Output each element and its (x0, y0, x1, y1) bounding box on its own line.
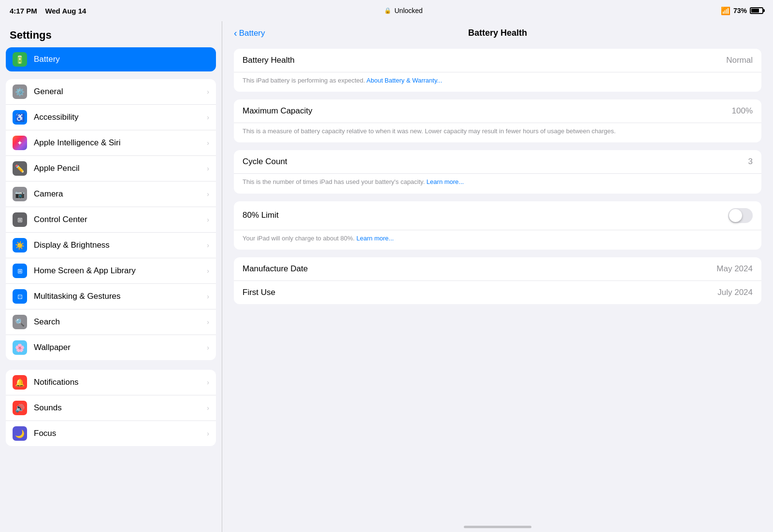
chevron-icon: › (207, 293, 209, 300)
sidebar-item-general[interactable]: ⚙️ General › (6, 79, 216, 105)
apple-intelligence-label: Apple Intelligence & Siri (34, 138, 200, 148)
home-bar (464, 526, 531, 528)
general-icon: ⚙️ (13, 84, 27, 99)
chevron-icon: › (207, 241, 209, 249)
manufacture-date-label: Manufacture Date (243, 264, 308, 274)
back-label: Battery (239, 28, 265, 38)
general-label: General (34, 87, 200, 97)
lock-icon: 🔒 (384, 7, 391, 14)
sounds-icon: 🔊 (13, 401, 27, 415)
maximum-capacity-card: Maximum Capacity 100% This is a measure … (234, 99, 761, 142)
sidebar-item-apple-intelligence[interactable]: ✦ Apple Intelligence & Siri › (6, 130, 216, 156)
battery-icon (750, 7, 763, 14)
camera-label: Camera (34, 189, 200, 199)
home-indicator (222, 522, 773, 532)
notifications-icon: 🔔 (13, 375, 27, 390)
battery-percent: 73% (733, 7, 747, 14)
sidebar-item-wallpaper[interactable]: 🌸 Wallpaper › (6, 335, 216, 360)
first-use-label: First Use (243, 288, 275, 297)
battery-health-row: Battery Health Normal (234, 49, 761, 72)
control-center-label: Control Center (34, 215, 200, 224)
limit-description: Your iPad will only charge to about 80%.… (234, 230, 761, 250)
maximum-capacity-row: Maximum Capacity 100% (234, 99, 761, 123)
sidebar-item-battery-active[interactable]: 🔋 Battery (6, 47, 216, 71)
status-time: 4:17 PM Wed Aug 14 (10, 7, 86, 15)
sidebar-item-home-screen[interactable]: ⊞ Home Screen & App Library › (6, 258, 216, 284)
battery-icon-active: 🔋 (13, 52, 27, 67)
chevron-icon: › (207, 344, 209, 351)
status-bar: 4:17 PM Wed Aug 14 🔒 Unlocked 📶 73% (0, 0, 773, 21)
accessibility-label: Accessibility (34, 112, 200, 122)
multitasking-label: Multitasking & Gestures (34, 292, 200, 301)
sidebar-item-notifications[interactable]: 🔔 Notifications › (6, 370, 216, 395)
battery-warranty-link[interactable]: About Battery & Warranty... (367, 77, 443, 84)
sidebar-item-sounds[interactable]: 🔊 Sounds › (6, 395, 216, 421)
battery-health-card: Battery Health Normal This iPad battery … (234, 49, 761, 92)
cycle-count-label: Cycle Count (243, 157, 287, 167)
settings-group-2: 🔔 Notifications › 🔊 Sounds › 🌙 Focus › (6, 370, 216, 446)
page-title: Battery Health (234, 28, 761, 38)
chevron-icon: › (207, 378, 209, 386)
chevron-icon: › (207, 216, 209, 224)
battery-health-value: Normal (726, 56, 753, 65)
camera-icon: 📷 (13, 187, 27, 201)
limit-learn-more-link[interactable]: Learn more... (357, 235, 394, 242)
sidebar-item-camera[interactable]: 📷 Camera › (6, 182, 216, 207)
home-screen-label: Home Screen & App Library (34, 266, 200, 276)
sidebar-item-control-center[interactable]: ⊞ Control Center › (6, 207, 216, 233)
back-chevron-icon: ‹ (234, 28, 237, 39)
wifi-icon: 📶 (721, 6, 730, 15)
limit-label: 80% Limit (243, 210, 279, 220)
sidebar-item-accessibility[interactable]: ♿ Accessibility › (6, 105, 216, 130)
focus-label: Focus (34, 429, 200, 438)
sidebar-item-search[interactable]: 🔍 Search › (6, 309, 216, 335)
chevron-icon: › (207, 318, 209, 326)
sidebar-item-apple-pencil[interactable]: ✏️ Apple Pencil › (6, 156, 216, 182)
right-panel: ‹ Battery Battery Health Battery Health … (222, 21, 773, 532)
dates-card: Manufacture Date May 2024 First Use July… (234, 257, 761, 304)
sidebar-item-display-brightness[interactable]: ☀️ Display & Brightness › (6, 233, 216, 258)
manufacture-date-value: May 2024 (716, 264, 753, 274)
content-area: Battery Health Normal This iPad battery … (222, 45, 773, 522)
maximum-capacity-value: 100% (732, 106, 753, 116)
chevron-icon: › (207, 113, 209, 121)
chevron-icon: › (207, 139, 209, 147)
notifications-label: Notifications (34, 378, 200, 387)
battery-label-active: Battery (34, 55, 209, 64)
chevron-icon: › (207, 88, 209, 96)
limit-toggle[interactable] (728, 208, 753, 223)
status-right: 📶 73% (721, 6, 763, 15)
accessibility-icon: ♿ (13, 110, 27, 125)
sidebar-item-focus[interactable]: 🌙 Focus › (6, 421, 216, 446)
lock-status: Unlocked (394, 7, 422, 14)
chevron-icon: › (207, 404, 209, 412)
sidebar: Settings 🔋 Battery ⚙️ General › ♿ Access… (0, 21, 222, 532)
time-display: 4:17 PM (10, 7, 37, 15)
maximum-capacity-label: Maximum Capacity (243, 106, 313, 116)
chevron-icon: › (207, 165, 209, 172)
chevron-icon: › (207, 267, 209, 275)
cycle-count-learn-more-link[interactable]: Learn more... (427, 178, 464, 185)
display-brightness-label: Display & Brightness (34, 240, 200, 250)
focus-icon: 🌙 (13, 426, 27, 441)
first-use-value: July 2024 (717, 288, 753, 297)
manufacture-date-row: Manufacture Date May 2024 (234, 257, 761, 281)
main-layout: Settings 🔋 Battery ⚙️ General › ♿ Access… (0, 21, 773, 532)
apple-pencil-label: Apple Pencil (34, 164, 200, 173)
toggle-thumb (729, 209, 742, 222)
wallpaper-icon: 🌸 (13, 340, 27, 355)
control-center-icon: ⊞ (13, 212, 27, 227)
search-label: Search (34, 317, 200, 327)
battery-health-label: Battery Health (243, 56, 295, 65)
status-center: 🔒 Unlocked (384, 7, 422, 14)
cycle-count-description: This is the number of times iPad has use… (234, 174, 761, 193)
maximum-capacity-description: This is a measure of battery capacity re… (234, 123, 761, 142)
sidebar-title: Settings (0, 21, 222, 47)
settings-group-1: ⚙️ General › ♿ Accessibility › ✦ Apple I… (6, 79, 216, 360)
chevron-icon: › (207, 190, 209, 198)
chevron-icon: › (207, 430, 209, 437)
apple-pencil-icon: ✏️ (13, 161, 27, 176)
sidebar-item-multitasking[interactable]: ⊡ Multitasking & Gestures › (6, 284, 216, 309)
back-button[interactable]: ‹ Battery (234, 28, 265, 39)
apple-intelligence-icon: ✦ (13, 136, 27, 150)
